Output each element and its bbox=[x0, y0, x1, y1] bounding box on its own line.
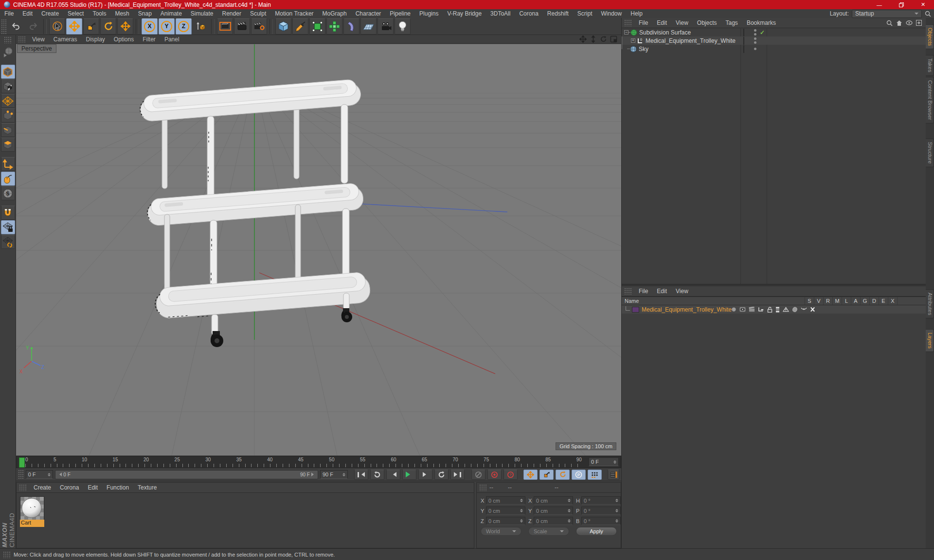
rot-h-field[interactable]: 0 ° bbox=[581, 496, 621, 505]
lock-z-axis-button[interactable]: Z bbox=[176, 18, 192, 35]
object-manager-menu-item[interactable]: Edit bbox=[652, 19, 671, 26]
material-menu-item[interactable]: Texture bbox=[133, 484, 161, 491]
layer-manager-grip[interactable] bbox=[624, 288, 632, 295]
spinner-icon[interactable] bbox=[613, 518, 618, 524]
leftbar-grip[interactable] bbox=[4, 36, 12, 43]
menu-item[interactable]: Animate bbox=[156, 10, 186, 17]
layer-column-header[interactable]: A bbox=[851, 297, 860, 305]
material-menu-item[interactable]: Function bbox=[102, 484, 133, 491]
pos-z-field[interactable]: 0 cm bbox=[486, 517, 525, 525]
spinner-icon[interactable] bbox=[566, 508, 571, 514]
key-parameter-button[interactable]: P bbox=[572, 470, 586, 480]
redo-button[interactable] bbox=[25, 18, 41, 35]
menu-item[interactable]: Edit bbox=[18, 10, 37, 17]
object-manager-menu-item[interactable]: File bbox=[634, 19, 652, 26]
search-icon[interactable] bbox=[925, 11, 931, 17]
transport-grip[interactable] bbox=[18, 470, 24, 480]
timeline-range-slider[interactable]: 0 F 90 F bbox=[55, 470, 318, 479]
add-light-button[interactable] bbox=[395, 18, 411, 35]
layer-column-header[interactable]: D bbox=[869, 297, 879, 305]
visibility-dots[interactable] bbox=[754, 48, 756, 50]
object-manager-menu-item[interactable]: Objects bbox=[693, 19, 721, 26]
key-pla-button[interactable] bbox=[588, 470, 602, 480]
render-settings-button[interactable] bbox=[251, 18, 267, 35]
object-row-subdivision-surface[interactable]: − Subdivision Surface ✓ bbox=[622, 28, 926, 36]
layout-dropdown[interactable]: Startup bbox=[852, 10, 922, 18]
pan-view-icon[interactable] bbox=[579, 35, 587, 43]
menu-item[interactable]: Render bbox=[218, 10, 246, 17]
goto-start-button[interactable] bbox=[354, 470, 368, 480]
render-button[interactable] bbox=[234, 18, 250, 35]
deformers-icon[interactable] bbox=[792, 307, 798, 313]
menu-item[interactable]: 3DToAll bbox=[486, 10, 515, 17]
edge-mode-button[interactable] bbox=[1, 123, 15, 137]
workplane-lock-button[interactable] bbox=[1, 220, 15, 234]
material-name-label[interactable]: Cart bbox=[20, 520, 44, 527]
view-visibility-icon[interactable] bbox=[739, 307, 746, 312]
viewport-menu-grip[interactable] bbox=[18, 36, 26, 43]
solo-icon[interactable] bbox=[731, 307, 736, 312]
menu-item[interactable]: Simulate bbox=[186, 10, 218, 17]
menu-item[interactable]: Script bbox=[573, 10, 597, 17]
make-editable-button[interactable] bbox=[1, 45, 15, 59]
menu-item[interactable]: Redshift bbox=[543, 10, 573, 17]
maximize-button[interactable] bbox=[890, 0, 912, 9]
zoom-view-icon[interactable] bbox=[590, 35, 597, 43]
menu-item[interactable]: V-Ray Bridge bbox=[443, 10, 486, 17]
layer-column-header[interactable]: X bbox=[888, 297, 897, 305]
toggle-view-icon[interactable] bbox=[610, 35, 617, 43]
current-frame-marker[interactable] bbox=[19, 457, 25, 468]
object-manager-menu-item[interactable]: Tags bbox=[721, 19, 742, 26]
menu-item[interactable]: Tools bbox=[88, 10, 110, 17]
model-mode-button[interactable] bbox=[1, 65, 15, 79]
end-frame-field[interactable]: 90 F bbox=[320, 470, 348, 479]
add-generator-button[interactable] bbox=[309, 18, 325, 35]
soft-selection-button[interactable]: S bbox=[1, 186, 15, 200]
toolbar-grip[interactable] bbox=[1, 19, 7, 34]
menu-item[interactable]: Motion Tracker bbox=[270, 10, 318, 17]
object-manager-menu-item[interactable]: Bookmarks bbox=[742, 19, 780, 26]
next-frame-button[interactable] bbox=[418, 470, 432, 480]
expressions-icon[interactable] bbox=[801, 307, 807, 312]
add-camera-button[interactable] bbox=[377, 18, 394, 35]
menu-item[interactable]: Snap bbox=[134, 10, 156, 17]
range-right-arrow-icon[interactable] bbox=[311, 472, 316, 476]
scale-mode-dropdown[interactable]: Scale bbox=[528, 527, 569, 536]
viewport-menu-item[interactable]: Options bbox=[109, 36, 138, 43]
scale-tool-button[interactable] bbox=[83, 18, 99, 35]
generators-icon[interactable] bbox=[783, 307, 789, 313]
layer-manager-menu-item[interactable]: File bbox=[634, 288, 652, 295]
spinner-icon[interactable] bbox=[518, 497, 523, 504]
spinner-icon[interactable] bbox=[518, 508, 523, 514]
rotate-tool-button[interactable] bbox=[100, 18, 116, 35]
spinner-icon[interactable] bbox=[613, 497, 618, 504]
tab-objects[interactable]: Objects bbox=[926, 24, 934, 49]
object-row-sky[interactable]: Sky bbox=[622, 45, 926, 53]
polygon-mode-button[interactable] bbox=[1, 138, 15, 152]
timeline-ruler[interactable]: 051015202530354045505560657075808590 0 F bbox=[16, 456, 621, 468]
visibility-dots[interactable] bbox=[754, 29, 756, 35]
viewport-menu-item[interactable]: View bbox=[28, 36, 49, 43]
menu-item[interactable]: File bbox=[0, 10, 18, 17]
menu-item[interactable]: Pipeline bbox=[385, 10, 415, 17]
eye-icon[interactable] bbox=[906, 20, 913, 25]
workplane-grid-button[interactable] bbox=[1, 94, 15, 108]
menu-item[interactable]: Help bbox=[626, 10, 647, 17]
collapse-expander[interactable]: − bbox=[624, 30, 629, 35]
layer-column-header[interactable]: L bbox=[842, 297, 851, 305]
spinner-icon[interactable] bbox=[46, 472, 51, 478]
pos-y-field[interactable]: 0 cm bbox=[486, 507, 525, 515]
undo-button[interactable] bbox=[8, 18, 24, 35]
animation-icon[interactable] bbox=[775, 307, 780, 313]
tweak-mode-button[interactable] bbox=[1, 172, 15, 186]
object-label[interactable]: Subdivision Surface bbox=[639, 29, 691, 36]
previous-frame-button[interactable] bbox=[386, 470, 400, 480]
rot-b-field[interactable]: 0 ° bbox=[581, 517, 621, 525]
live-selection-button[interactable] bbox=[49, 18, 65, 35]
tab-content-browser[interactable]: Content Browser bbox=[926, 77, 934, 123]
viewport-menu-item[interactable]: Display bbox=[81, 36, 109, 43]
add-panel-icon[interactable] bbox=[916, 20, 922, 26]
viewport-menu-item[interactable]: Panel bbox=[160, 36, 184, 43]
record-keyframe-button[interactable] bbox=[487, 470, 502, 480]
spinner-icon[interactable] bbox=[613, 508, 618, 514]
